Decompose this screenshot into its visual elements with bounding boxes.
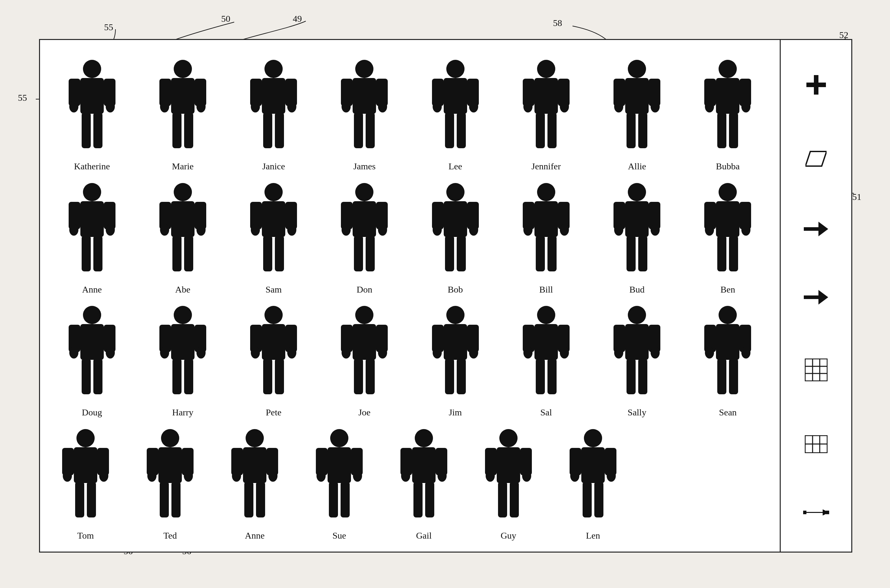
person-bubba[interactable]: Bubba xyxy=(695,57,760,172)
arrow-right-2-button[interactable] xyxy=(804,290,828,304)
name-sam: Sam xyxy=(265,284,282,295)
svg-rect-267 xyxy=(826,511,829,514)
svg-rect-12 xyxy=(172,112,182,148)
resize-button[interactable] xyxy=(803,507,829,518)
person-lee[interactable]: Lee xyxy=(423,57,488,172)
person-joe[interactable]: Joe xyxy=(332,303,397,418)
svg-rect-225 xyxy=(412,447,436,483)
svg-rect-28 xyxy=(354,112,363,148)
person-sally[interactable]: Sally xyxy=(604,303,669,418)
svg-rect-81 xyxy=(262,201,285,237)
name-bubba: Bubba xyxy=(716,161,740,172)
card-button[interactable] xyxy=(806,150,827,168)
svg-point-110 xyxy=(523,224,532,236)
annotation-58-top: 58 xyxy=(553,18,562,28)
person-ted[interactable]: Ted xyxy=(138,426,203,541)
svg-point-247 xyxy=(607,470,616,482)
svg-rect-188 xyxy=(717,358,726,394)
svg-point-40 xyxy=(537,60,555,78)
svg-marker-252 xyxy=(818,222,828,236)
arrow-right-1-button[interactable] xyxy=(804,222,828,236)
person-sal[interactable]: Sal xyxy=(514,303,579,418)
person-anne-r4[interactable]: Anne xyxy=(222,426,287,541)
person-james[interactable]: James xyxy=(332,57,397,172)
grid-3x3-button[interactable] xyxy=(805,358,828,381)
person-abe[interactable]: Abe xyxy=(150,180,215,295)
name-guy: Guy xyxy=(501,531,516,541)
plus-button[interactable] xyxy=(805,74,828,96)
svg-rect-137 xyxy=(171,324,194,360)
person-bill[interactable]: Bill xyxy=(514,180,579,295)
grid-3x2-icon xyxy=(805,435,828,453)
svg-rect-164 xyxy=(445,358,454,394)
person-janice[interactable]: Janice xyxy=(241,57,306,172)
person-guy[interactable]: Guy xyxy=(476,426,541,541)
sidebar xyxy=(780,40,851,552)
person-jennifer[interactable]: Jennifer xyxy=(514,57,579,172)
svg-point-54 xyxy=(614,101,623,112)
figure-jim xyxy=(423,303,488,407)
person-len[interactable]: Len xyxy=(561,426,625,541)
figure-jennifer xyxy=(514,57,579,161)
person-bud[interactable]: Bud xyxy=(604,180,669,295)
svg-rect-9 xyxy=(171,78,194,114)
figure-james xyxy=(332,57,397,161)
person-sean[interactable]: Sean xyxy=(695,303,760,418)
svg-rect-124 xyxy=(717,236,726,272)
person-sue[interactable]: Sue xyxy=(307,426,372,541)
svg-point-215 xyxy=(268,470,278,482)
name-james: James xyxy=(353,161,375,172)
person-anne[interactable]: Anne xyxy=(60,180,125,295)
svg-point-0 xyxy=(83,60,101,78)
svg-point-24 xyxy=(355,60,373,78)
person-katherine[interactable]: Katherine xyxy=(60,57,125,172)
svg-rect-57 xyxy=(716,78,740,114)
svg-rect-68 xyxy=(82,236,91,272)
svg-point-80 xyxy=(265,183,283,201)
svg-rect-241 xyxy=(581,447,605,483)
person-ben[interactable]: Ben xyxy=(695,180,760,295)
svg-point-159 xyxy=(378,347,387,358)
name-bill: Bill xyxy=(539,284,553,295)
figure-sue xyxy=(307,426,372,531)
svg-rect-204 xyxy=(160,482,169,518)
name-doug: Doug xyxy=(82,407,102,418)
person-doug[interactable]: Doug xyxy=(60,303,125,418)
svg-rect-125 xyxy=(729,236,738,272)
svg-rect-45 xyxy=(547,112,556,148)
figure-anne xyxy=(60,180,125,284)
person-pete[interactable]: Pete xyxy=(241,303,306,418)
svg-point-119 xyxy=(651,224,660,236)
svg-point-224 xyxy=(415,429,433,447)
name-harry: Harry xyxy=(172,407,193,418)
person-jim[interactable]: Jim xyxy=(423,303,488,418)
person-harry[interactable]: Harry xyxy=(150,303,215,418)
svg-point-142 xyxy=(160,347,169,358)
svg-rect-148 xyxy=(263,358,272,394)
person-allie[interactable]: Allie xyxy=(604,57,669,172)
person-tom[interactable]: Tom xyxy=(53,426,118,541)
svg-rect-217 xyxy=(328,447,351,483)
svg-point-39 xyxy=(469,101,478,112)
svg-rect-205 xyxy=(171,482,180,518)
svg-rect-60 xyxy=(717,112,726,148)
figure-gail xyxy=(391,426,456,531)
svg-rect-93 xyxy=(365,236,375,272)
name-anne-r2: Anne xyxy=(82,284,102,295)
svg-rect-105 xyxy=(534,201,558,237)
svg-rect-180 xyxy=(627,358,636,394)
svg-rect-77 xyxy=(184,236,193,272)
svg-rect-228 xyxy=(413,482,422,518)
grid-3x2-button[interactable] xyxy=(805,435,828,453)
person-bob[interactable]: Bob xyxy=(423,180,488,295)
svg-point-198 xyxy=(63,470,72,482)
person-don[interactable]: Don xyxy=(332,180,397,295)
name-sal: Sal xyxy=(540,407,552,418)
svg-rect-197 xyxy=(87,482,96,518)
person-gail[interactable]: Gail xyxy=(391,426,456,541)
person-sam[interactable]: Sam xyxy=(241,180,306,295)
svg-rect-61 xyxy=(729,112,738,148)
person-marie[interactable]: Marie xyxy=(150,57,215,172)
svg-point-88 xyxy=(355,183,373,201)
figure-sean xyxy=(695,303,760,407)
